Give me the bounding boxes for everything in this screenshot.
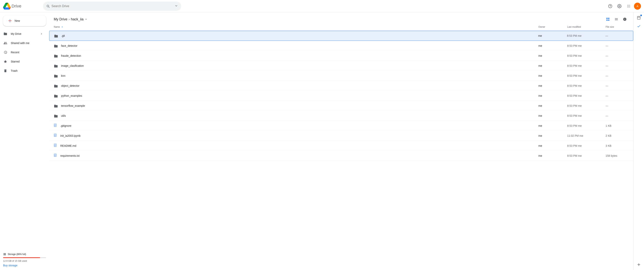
file-owner: me [538, 54, 567, 57]
settings-button[interactable] [616, 2, 623, 10]
file-size: — [606, 114, 629, 117]
app-title: Drive [12, 4, 21, 9]
file-modified: 8:53 PM me [567, 74, 606, 77]
file-name-cell: fraude_detection [54, 54, 538, 58]
breadcrumb-current[interactable]: hack_iia [71, 17, 88, 21]
calendar-button[interactable] [635, 14, 643, 22]
file-list-header: Name Owner Last modified File size [49, 23, 633, 31]
col-owner[interactable]: Owner [538, 26, 567, 28]
svg-text:A: A [636, 5, 638, 8]
sidebar-item-recent[interactable]: Recent [0, 48, 46, 57]
top-bar: My Drive › hack_iia [49, 12, 633, 23]
sidebar-item-starred[interactable]: Starred [0, 57, 46, 66]
file-modified: 8:53 PM me [567, 44, 606, 47]
file-name: face_detector [61, 44, 78, 47]
svg-point-2 [627, 5, 628, 5]
info-button[interactable] [621, 15, 629, 23]
file-size: — [606, 34, 628, 37]
search-bar[interactable] [43, 2, 181, 11]
sidebar-item-trash[interactable]: Trash [0, 66, 46, 75]
table-row[interactable]: object_detector me 8:53 PM me — [49, 81, 633, 91]
file-modified: 8:53 PM me [567, 114, 606, 117]
buy-storage-button[interactable]: Buy storage [3, 264, 18, 267]
file-owner: me [538, 154, 567, 157]
col-size[interactable]: File size [606, 26, 629, 28]
table-row[interactable]: README.md me 8:53 PM me 3 KB [49, 141, 633, 151]
search-dropdown-icon[interactable] [174, 4, 178, 8]
file-name-cell: README.md [54, 144, 538, 148]
main-content: My Drive › hack_iia [49, 12, 633, 270]
svg-point-8 [627, 7, 628, 8]
new-button[interactable]: New [3, 15, 46, 26]
file-owner: me [538, 114, 567, 117]
table-row[interactable]: knn me 8:53 PM me — [49, 71, 633, 81]
col-name[interactable]: Name [54, 25, 538, 29]
search-input[interactable] [52, 5, 173, 8]
svg-rect-23 [54, 144, 56, 147]
file-modified: 11:02 PM me [567, 134, 606, 137]
folder-svg [54, 114, 58, 117]
file-name: image_clasification [61, 64, 84, 67]
file-name-cell: .git [54, 34, 538, 38]
expand-icon [40, 32, 43, 35]
list-view-button[interactable] [612, 15, 620, 23]
breadcrumb-root[interactable]: My Drive [54, 17, 68, 21]
file-name: object_detector [61, 84, 80, 87]
file-modified: 8:53 PM me [567, 34, 606, 37]
table-row[interactable]: python_examples me 8:53 PM me — [49, 91, 633, 101]
drive-logo-icon [3, 2, 11, 10]
file-size: — [606, 94, 629, 97]
file-size: — [606, 44, 629, 47]
table-row[interactable]: utils me 8:53 PM me — [49, 111, 633, 121]
help-button[interactable] [606, 2, 614, 10]
file-list: .git me 8:53 PM me — face_detector me 8:… [49, 31, 633, 270]
storage-bar-fill [3, 257, 40, 258]
folder-svg [54, 64, 58, 68]
table-row[interactable]: tensorflow_example me 8:53 PM me — [49, 101, 633, 111]
avatar[interactable]: A [634, 3, 641, 10]
table-row[interactable]: face_detector me 8:53 PM me — [49, 41, 633, 51]
grid-view-button[interactable] [604, 15, 612, 23]
table-row[interactable]: .gitignore me 8:53 PM me 1 KB [49, 121, 633, 131]
calendar-badge [640, 15, 642, 16]
header-actions: A [606, 2, 641, 10]
file-name: knn [61, 74, 66, 77]
file-name: fraude_detection [61, 54, 81, 57]
google-apps-button[interactable] [625, 2, 632, 10]
tasks-button[interactable] [635, 22, 643, 30]
svg-point-5 [627, 6, 628, 6]
sidebar-item-my-drive[interactable]: My Drive [0, 29, 46, 39]
svg-rect-18 [54, 134, 56, 137]
table-row[interactable]: requirements.txt me 8:53 PM me 158 bytes [49, 151, 633, 161]
trash-icon [3, 69, 8, 73]
storage-bar [3, 257, 46, 258]
folder-svg [54, 94, 58, 97]
file-name-cell: face_detector [54, 44, 538, 48]
table-row[interactable]: .git me 8:53 PM me — [49, 31, 633, 41]
table-row[interactable]: init_ia2003.ipynb me 11:02 PM me 2 KB [49, 131, 633, 141]
file-owner: me [538, 144, 567, 147]
my-drive-icon [3, 32, 8, 36]
add-panel-button[interactable] [635, 261, 643, 268]
file-name-cell: image_clasification [54, 64, 538, 68]
folder-icon [54, 104, 58, 107]
table-row[interactable]: fraude_detection me 8:53 PM me — [49, 51, 633, 61]
file-name-cell: .gitignore [54, 124, 538, 128]
file-modified: 8:53 PM me [567, 84, 606, 87]
col-modified[interactable]: Last modified [567, 26, 606, 28]
file-owner: me [538, 104, 567, 107]
file-size: 158 bytes [606, 154, 629, 157]
folder-icon [54, 74, 58, 77]
svg-point-4 [630, 5, 630, 5]
file-name: python_examples [61, 94, 82, 97]
file-owner: me [538, 34, 567, 37]
table-row[interactable]: image_clasification me 8:53 PM me — [49, 61, 633, 71]
file-size: — [606, 84, 629, 87]
svg-rect-28 [54, 154, 56, 157]
file-size: 1 KB [606, 124, 629, 127]
shared-icon [3, 41, 8, 45]
folder-icon [54, 114, 58, 117]
file-modified: 8:53 PM me [567, 154, 606, 157]
sidebar-item-shared[interactable]: Shared with me [0, 39, 46, 48]
file-owner: me [538, 64, 567, 67]
